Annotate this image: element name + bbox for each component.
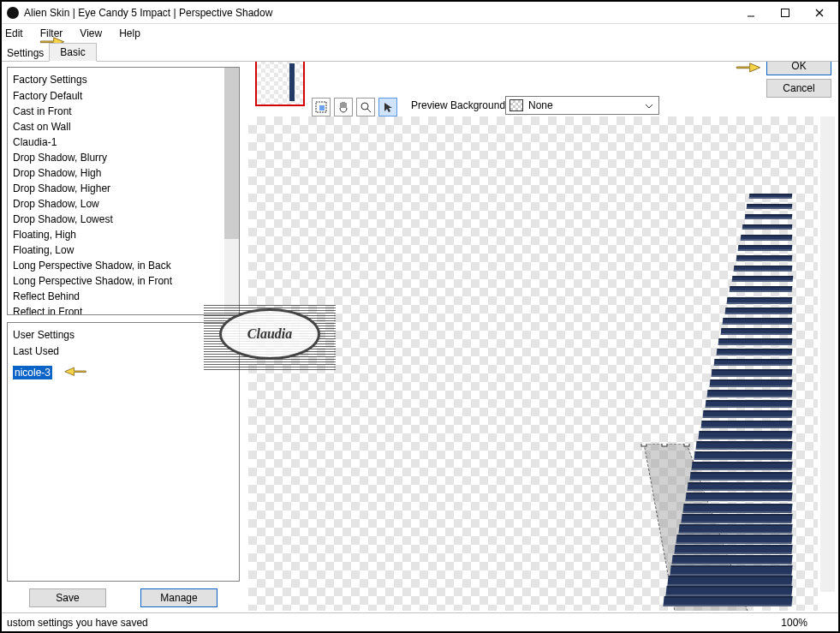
svg-rect-10: [662, 444, 667, 446]
factory-scrollbar[interactable]: [224, 68, 239, 314]
list-item[interactable]: Drop Shadow, Low: [13, 196, 223, 212]
arrow-tool-icon[interactable]: [378, 98, 397, 116]
svg-point-6: [361, 103, 368, 110]
list-item[interactable]: Factory Default: [13, 88, 223, 104]
preview-toolbar: Preview Background: None OK Can: [245, 62, 838, 113]
svg-rect-1: [782, 9, 789, 16]
status-text: ustom settings you have saved: [7, 617, 148, 629]
tabs-row: Settings Basic: [2, 43, 838, 62]
user-settings-list[interactable]: User Settings Last Used nicole-3: [7, 322, 240, 582]
pointer-hand-icon: [734, 62, 763, 77]
tool-buttons: [312, 98, 397, 116]
list-item[interactable]: Floating, High: [13, 227, 223, 242]
marquee-tool-icon[interactable]: [312, 98, 331, 116]
list-item[interactable]: Reflect Behind: [13, 289, 223, 304]
list-item[interactable]: Claudia-1: [13, 134, 223, 150]
close-button[interactable]: [802, 3, 837, 23]
list-item-selected[interactable]: nicole-3: [13, 366, 52, 379]
list-item[interactable]: Last Used: [13, 343, 237, 359]
scrollbar-thumb[interactable]: [224, 68, 239, 239]
svg-rect-9: [641, 444, 646, 446]
cancel-button[interactable]: Cancel: [766, 79, 831, 98]
user-settings-header: User Settings: [13, 326, 237, 343]
list-item[interactable]: Cast in Front: [13, 104, 223, 119]
minimize-button[interactable]: [734, 3, 768, 23]
list-item[interactable]: Reflect in Front: [13, 304, 223, 315]
canvas-scrollbar[interactable]: [820, 116, 835, 592]
factory-settings-list[interactable]: Factory Settings Factory Default Cast in…: [7, 67, 240, 315]
list-item[interactable]: Cast on Wall: [13, 119, 223, 134]
menu-help[interactable]: Help: [110, 26, 149, 41]
combo-value: None: [528, 99, 553, 111]
titlebar: Alien Skin | Eye Candy 5 Impact | Perspe…: [2, 2, 838, 24]
manage-button[interactable]: Manage: [140, 588, 217, 607]
list-item[interactable]: Drop Shadow, Blurry: [13, 150, 223, 165]
app-window: Alien Skin | Eye Candy 5 Impact | Perspe…: [0, 0, 840, 633]
factory-settings-header: Factory Settings: [13, 71, 223, 88]
chevron-down-icon: [643, 99, 655, 111]
status-bar: ustom settings you have saved 100%: [2, 612, 838, 631]
body: Factory Settings Factory Default Cast in…: [2, 62, 838, 612]
pointer-hand-icon: [62, 362, 89, 382]
tab-basic[interactable]: Basic: [49, 43, 96, 62]
ok-button[interactable]: OK: [766, 62, 831, 75]
menu-edit[interactable]: Edit: [5, 26, 32, 41]
left-buttons: Save Manage: [7, 582, 240, 611]
preview-canvas[interactable]: // noop placeholder so structure shows; …: [248, 116, 818, 611]
svg-rect-5: [319, 105, 325, 110]
preview-background-label: Preview Background:: [411, 99, 508, 111]
list-item[interactable]: Drop Shadow, Lowest: [13, 212, 223, 227]
right-panel: Preview Background: None OK Can: [245, 62, 838, 612]
checker-swatch-icon: [509, 99, 523, 111]
list-item[interactable]: Floating, Low: [13, 242, 223, 258]
window-title: Alien Skin | Eye Candy 5 Impact | Perspe…: [24, 7, 734, 19]
app-icon: [7, 7, 19, 19]
save-button[interactable]: Save: [29, 588, 106, 607]
list-item[interactable]: Long Perspective Shadow, in Back: [13, 258, 223, 273]
menu-view[interactable]: View: [71, 26, 110, 41]
list-item[interactable]: Drop Shadow, Higher: [13, 181, 223, 196]
list-item[interactable]: Long Perspective Shadow, in Front: [13, 273, 223, 289]
svg-rect-11: [684, 444, 689, 446]
left-panel: Factory Settings Factory Default Cast in…: [2, 62, 245, 612]
dialog-buttons: OK Cancel: [766, 62, 831, 98]
menubar: Edit Filter View Help: [2, 24, 838, 43]
hand-tool-icon[interactable]: [334, 98, 353, 116]
preview-background-combo[interactable]: None: [505, 96, 659, 115]
maximize-button[interactable]: [768, 3, 802, 23]
navigator-thumbnail[interactable]: [255, 62, 305, 106]
svg-line-7: [367, 109, 371, 112]
zoom-level: 100%: [781, 617, 833, 629]
zoom-tool-icon[interactable]: [356, 98, 375, 116]
list-item[interactable]: Drop Shadow, High: [13, 165, 223, 181]
